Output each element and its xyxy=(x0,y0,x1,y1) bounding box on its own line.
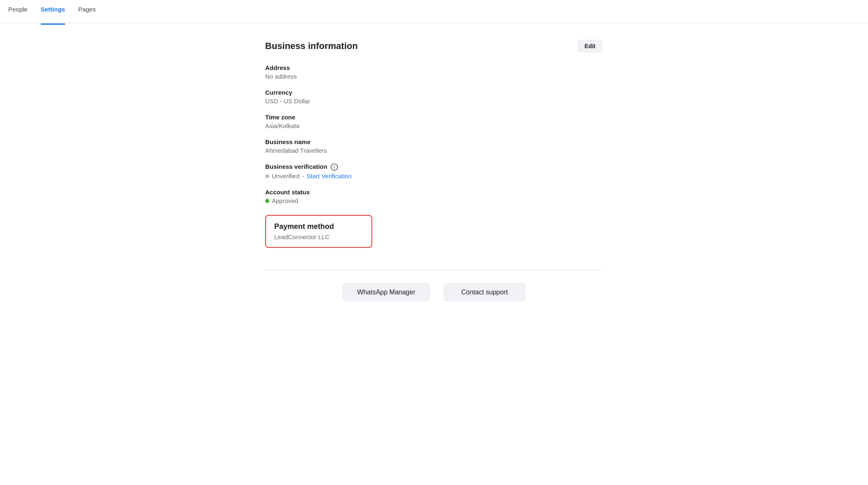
business-verification-label: Business verification i xyxy=(265,163,603,171)
main-content: Business information Edit Address No add… xyxy=(249,23,619,326)
bottom-buttons: WhatsApp Manager Contact support xyxy=(265,283,603,302)
approved-dot xyxy=(265,199,269,203)
account-status-field: Account status Approved xyxy=(265,189,603,204)
timezone-value: Asia/Kolkata xyxy=(265,122,603,129)
address-field: Address No address xyxy=(265,64,603,80)
section-header: Business information Edit xyxy=(265,40,603,53)
payment-method-value: LeadConnector LLC xyxy=(274,233,363,240)
business-name-label: Business name xyxy=(265,138,603,145)
payment-method-box: Payment method LeadConnector LLC xyxy=(265,215,372,248)
whatsapp-manager-button[interactable]: WhatsApp Manager xyxy=(342,283,430,302)
address-label: Address xyxy=(265,64,603,71)
verification-status: Unverified xyxy=(272,173,300,180)
start-verification-link[interactable]: Start Verification xyxy=(307,173,352,180)
business-verification-field: Business verification i Unverified - Sta… xyxy=(265,163,603,180)
nav-item-pages[interactable]: Pages xyxy=(78,0,96,25)
timezone-label: Time zone xyxy=(265,114,603,121)
verification-separator: - xyxy=(302,173,304,180)
section-divider xyxy=(265,269,603,270)
top-nav: People Settings Pages xyxy=(0,0,868,23)
payment-method-field: Payment method LeadConnector LLC xyxy=(265,213,603,260)
timezone-field: Time zone Asia/Kolkata xyxy=(265,114,603,129)
business-name-value: Ahmedabad Travellers xyxy=(265,147,603,154)
edit-button[interactable]: Edit xyxy=(577,40,603,53)
section-title: Business information xyxy=(265,41,358,51)
info-icon[interactable]: i xyxy=(331,163,338,171)
account-status-row: Approved xyxy=(265,197,603,204)
account-status-value: Approved xyxy=(272,197,298,204)
nav-item-people[interactable]: People xyxy=(8,0,28,25)
currency-value: USD - US Dollar xyxy=(265,98,603,105)
unverified-dot xyxy=(265,174,269,178)
account-status-label: Account status xyxy=(265,189,603,196)
verification-row: Unverified - Start Verification xyxy=(265,173,603,180)
nav-item-settings[interactable]: Settings xyxy=(41,0,65,25)
currency-label: Currency xyxy=(265,89,603,96)
currency-field: Currency USD - US Dollar xyxy=(265,89,603,105)
address-value: No address xyxy=(265,73,603,80)
contact-support-button[interactable]: Contact support xyxy=(443,283,526,302)
payment-method-label: Payment method xyxy=(274,222,363,231)
business-name-field: Business name Ahmedabad Travellers xyxy=(265,138,603,154)
